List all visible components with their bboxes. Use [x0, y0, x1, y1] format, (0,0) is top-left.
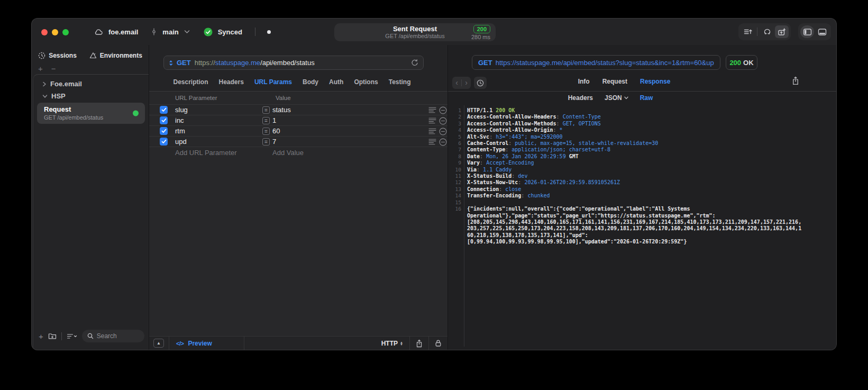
param-checkbox[interactable] [160, 138, 168, 146]
panel-left-icon[interactable] [800, 25, 814, 38]
remove-icon[interactable] [439, 138, 447, 146]
add-param-row[interactable]: Add URL Parameter Add Value [149, 147, 447, 158]
preview-button[interactable]: </> Preview [169, 340, 244, 347]
request-success-dot [133, 111, 139, 116]
response-tabs: InfoRequestResponse [430, 78, 818, 85]
lock-icon[interactable] [429, 339, 447, 347]
traffic-lights [41, 29, 69, 35]
tab-response[interactable]: Response [640, 78, 670, 85]
line-content: Alt-Svc: h3=":443"; ma=2592000 [461, 134, 804, 140]
param-value[interactable]: 60 [272, 127, 280, 135]
param-value[interactable]: 1 [272, 116, 276, 124]
titlebar: foe.email main Synced [32, 19, 836, 45]
remove-icon[interactable] [439, 106, 447, 114]
request-url[interactable]: https://statuspage.me/api/embed/status [195, 59, 315, 67]
tree-item-hsp[interactable]: HSP [33, 90, 149, 102]
line-content: Connection: close [461, 186, 804, 193]
add-param-placeholder[interactable]: Add URL Parameter [175, 149, 237, 157]
tab-environments[interactable]: Environments [89, 52, 142, 59]
chevron-down-icon[interactable] [42, 94, 48, 98]
tab-auth[interactable]: Auth [329, 78, 343, 86]
line-content [461, 199, 804, 206]
panel-bottom-icon[interactable] [815, 25, 829, 38]
tab-body[interactable]: Body [303, 78, 318, 86]
param-checkbox[interactable] [160, 106, 168, 114]
param-value[interactable]: status [272, 106, 291, 114]
code-line: 2Access-Control-Allow-Headers: Content-T… [452, 114, 834, 120]
tree-item-foe-email[interactable]: Foe.email [33, 78, 149, 90]
remove-icon[interactable] [439, 117, 447, 125]
tab-info[interactable]: Info [578, 78, 590, 85]
sort-icon[interactable] [67, 333, 77, 340]
chevron-down-icon[interactable] [184, 30, 190, 34]
subtab-json[interactable]: JSON [605, 94, 628, 102]
share-icon[interactable] [792, 76, 799, 85]
tab-description[interactable]: Description [173, 78, 208, 86]
expand-icon[interactable]: ▲ [153, 339, 164, 348]
sent-request-status-pill[interactable]: Sent Request GET /api/embed/status 200 2… [334, 23, 496, 41]
remove-icon[interactable] [439, 128, 447, 135]
code-line: 12X-Status-Now-Utc: 2026-01-26T20:29:59.… [452, 179, 834, 186]
response-status-box: 200 OK [726, 55, 757, 70]
line-number: 2 [452, 114, 461, 120]
response-body[interactable]: 1HTTP/1.1 200 OK2Access-Control-Allow-He… [452, 107, 834, 347]
param-value[interactable]: 7 [272, 138, 276, 146]
code-line: 5Alt-Svc: h3=":443"; ma=2592000 [452, 134, 834, 140]
code-icon: </> [176, 340, 184, 347]
tab-sessions[interactable]: Sessions [38, 52, 77, 59]
zoom-window-button[interactable] [62, 29, 69, 35]
align-top-icon[interactable] [741, 25, 754, 38]
add-session-button[interactable]: + [38, 64, 43, 73]
tab-options[interactable]: Options [354, 78, 378, 86]
response-pane: GET https://statuspage.me/api/embed/stat… [448, 45, 836, 350]
equals-icon: = [262, 138, 270, 146]
folder-icon[interactable] [48, 332, 57, 340]
send-receive-icon[interactable] [775, 25, 789, 38]
param-name[interactable]: slug [175, 106, 188, 114]
branch-name[interactable]: main [162, 28, 178, 36]
search-input[interactable]: Search [82, 330, 144, 342]
subtab-headers[interactable]: Headers [568, 94, 593, 102]
tab-headers[interactable]: Headers [219, 78, 244, 86]
protocol-select[interactable]: HTTP ▲▼ [381, 340, 409, 347]
param-row-slug: slug=status [149, 104, 447, 115]
environments-icon [89, 52, 97, 59]
drag-handle-icon[interactable] [428, 106, 436, 113]
param-name[interactable]: inc [175, 116, 184, 124]
refresh-icon[interactable] [411, 59, 418, 67]
chevron-right-icon[interactable] [42, 81, 47, 87]
code-line: 10Via: 1.1 Caddy [452, 167, 834, 173]
review-loop-icon[interactable] [760, 25, 774, 38]
add-value-placeholder[interactable]: Add Value [272, 149, 304, 157]
sent-request-url-box[interactable]: GET https://statuspage.me/api/embed/stat… [472, 55, 720, 70]
line-content: Via: 1.1 Caddy [461, 167, 804, 173]
request-url-field[interactable]: GET https://statuspage.me/api/embed/stat… [163, 56, 424, 70]
param-name[interactable]: rtm [175, 127, 185, 135]
drag-handle-icon[interactable] [428, 128, 436, 134]
param-name[interactable]: upd [175, 138, 187, 146]
code-line: 6Cache-Control: public, max-age=15, stal… [452, 140, 834, 147]
drag-handle-icon[interactable] [428, 138, 436, 145]
close-window-button[interactable] [41, 29, 48, 35]
subtab-raw[interactable]: Raw [640, 94, 653, 102]
tab-url-params[interactable]: URL Params [254, 78, 292, 86]
remove-session-button[interactable]: − [51, 64, 56, 73]
add-request-button[interactable]: + [39, 332, 43, 341]
response-method: GET [478, 59, 492, 67]
cloud-icon [94, 28, 103, 36]
preview-label: Preview [188, 340, 212, 347]
param-checkbox[interactable] [160, 127, 168, 135]
request-method[interactable]: GET [177, 59, 191, 67]
method-stepper-icon[interactable] [169, 60, 173, 66]
request-tabs: DescriptionHeadersURL ParamsBodyAuthOpti… [143, 78, 441, 86]
share-icon[interactable] [410, 339, 428, 348]
param-checkbox[interactable] [160, 116, 168, 124]
minimize-window-button[interactable] [52, 29, 58, 35]
line-content: Access-Control-Allow-Origin: * [461, 127, 804, 133]
drag-handle-icon[interactable] [428, 117, 436, 124]
tab-testing[interactable]: Testing [389, 78, 411, 86]
param-row-inc: inc=1 [149, 115, 447, 125]
project-name[interactable]: foe.email [108, 28, 138, 36]
tab-request[interactable]: Request [602, 78, 627, 85]
sidebar-request-item[interactable]: Request GET /api/embed/status [37, 103, 145, 124]
